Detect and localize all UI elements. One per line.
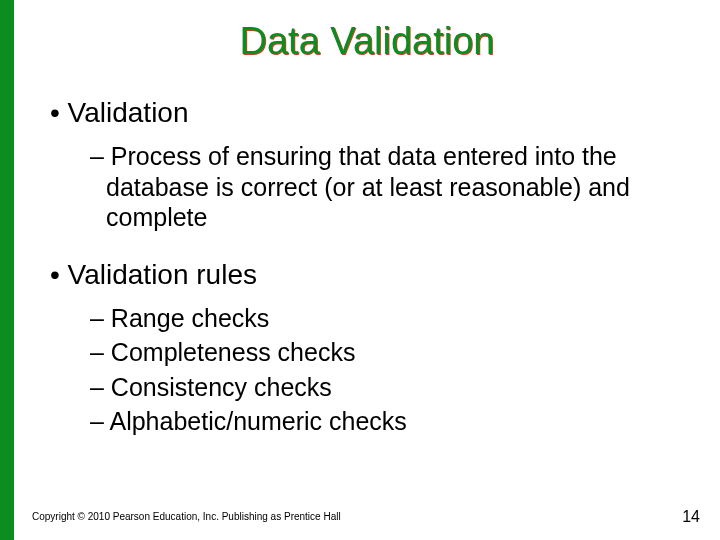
slide-title: Data Validation <box>44 20 690 63</box>
sub-bullet: Range checks <box>90 303 690 334</box>
bullet-section-validation: Validation Process of ensuring that data… <box>50 97 690 233</box>
slide-body: Data Validation Validation Process of en… <box>14 0 720 540</box>
page-number: 14 <box>682 508 700 526</box>
sub-bullet: Consistency checks <box>90 372 690 403</box>
sub-bullet: Completeness checks <box>90 337 690 368</box>
bullet-heading: Validation rules <box>50 259 690 291</box>
sub-bullet: Process of ensuring that data entered in… <box>90 141 690 233</box>
copyright-text: Copyright © 2010 Pearson Education, Inc.… <box>32 511 341 522</box>
accent-bar <box>0 0 14 540</box>
bullet-heading: Validation <box>50 97 690 129</box>
sub-bullet: Alphabetic/numeric checks <box>90 406 690 437</box>
bullet-section-validation-rules: Validation rules Range checks Completene… <box>50 259 690 437</box>
